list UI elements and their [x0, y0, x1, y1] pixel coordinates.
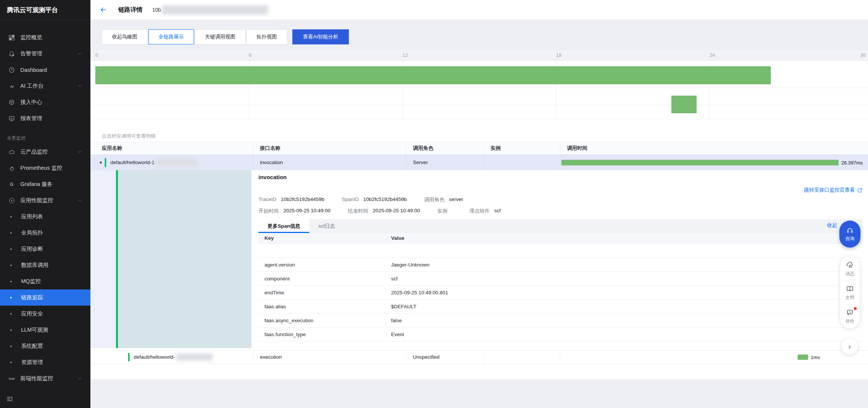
- span-field: TraceID10b2fc5192b4459b: [258, 196, 324, 203]
- prometheus-icon: [8, 165, 15, 172]
- chevron-down-icon: [77, 51, 82, 56]
- sidebar-item-database-call[interactable]: 数据库调用: [0, 257, 90, 273]
- view-tab-key-call-view[interactable]: 关键调用视图: [195, 29, 246, 44]
- view-tab-full-trace-view[interactable]: 全链路展示: [148, 29, 194, 44]
- kv-row: faas.function_typeEvent: [258, 327, 863, 341]
- sidebar-item-label: Prometheus 监控: [20, 164, 62, 172]
- sidebar-item-resource-management[interactable]: 资源管理: [0, 354, 90, 370]
- sidebar-item-ai-workbench[interactable]: AIAI 工作台: [0, 78, 90, 94]
- svg-text:G: G: [10, 181, 13, 187]
- span-fields-row1: TraceID10b2fc5192b4459bSpanID10b2fc5192b…: [258, 196, 480, 203]
- bullet-icon: [10, 329, 12, 331]
- kv-value: scf: [391, 276, 397, 282]
- column-header-4: 调用时间: [560, 142, 868, 154]
- chevron-down-icon: [77, 149, 82, 154]
- overview-span-bar[interactable]: [95, 66, 771, 84]
- sidebar-item-alarm-management[interactable]: 告警管理: [0, 46, 90, 62]
- view-tabs: 收起鸟瞰图全链路展示关键调用视图拓扑视图: [102, 29, 288, 44]
- ruler-tick-label: 12: [402, 52, 408, 58]
- trace-row-execution[interactable]: default/helloworld- execution Unspecifie…: [90, 350, 868, 364]
- view-toolbar: 收起鸟瞰图全链路展示关键调用视图拓扑视图 查看AI智能分析: [102, 29, 349, 44]
- sidebar-item-label: 数据库调用: [21, 262, 49, 269]
- sidebar-item-cloud-product-monitor[interactable]: 云产品监控: [0, 144, 90, 160]
- sidebar-item-grafana-service[interactable]: GGrafana 服务: [0, 176, 90, 192]
- trace-id-prefix: 10b: [152, 7, 161, 13]
- sidebar-item-label: 云产品监控: [20, 148, 48, 155]
- sidebar-item-label: Dashboard: [20, 67, 47, 73]
- report-icon: [8, 115, 15, 122]
- sidebar-item-app-list[interactable]: 应用列表: [0, 209, 90, 225]
- sidebar-item-global-topology[interactable]: 全局拓扑: [0, 225, 90, 241]
- field-label: 埋点组件: [469, 208, 490, 215]
- bullet-icon: [10, 216, 12, 218]
- kv-key: endTime: [258, 290, 391, 295]
- page-title: 链路详情: [118, 6, 142, 14]
- span-field: 埋点组件scf: [469, 208, 501, 215]
- sidebar-item-prometheus-monitor[interactable]: Prometheus 监控: [0, 160, 90, 176]
- sidebar-item-rum[interactable]: RUM前端性能监控: [0, 370, 90, 387]
- timeline-ruler: 0612182430: [90, 50, 868, 61]
- float-item-label: 评价: [845, 318, 854, 324]
- float-item-docs[interactable]: 文档: [840, 285, 860, 301]
- view-tab-collapse-overview[interactable]: 收起鸟瞰图: [102, 29, 148, 44]
- kv-key: faas.function_type: [258, 332, 391, 337]
- sidebar-item-llm-observability[interactable]: LLM可观测: [0, 322, 90, 338]
- sidebar-item-monitor-overview[interactable]: 监控概览: [0, 29, 90, 46]
- book-icon: [846, 285, 854, 292]
- sidebar-item-label: 接入中心: [20, 99, 42, 106]
- sidebar-item-app-diagnosis[interactable]: 应用诊断: [0, 241, 90, 257]
- field-label: SpanID: [342, 196, 359, 203]
- back-arrow-icon[interactable]: [99, 6, 107, 14]
- sidebar-item-trace[interactable]: 链路追踪: [0, 289, 90, 306]
- tab-span-info[interactable]: 更多Span信息: [258, 219, 309, 233]
- kv-key-header: Key: [258, 235, 391, 241]
- sidebar-item-apm[interactable]: 应用性能监控: [0, 192, 90, 209]
- span-field: 实例: [437, 208, 452, 215]
- float-item-updates[interactable]: 动态: [840, 261, 860, 277]
- expand-triangle-icon[interactable]: ▼: [99, 160, 105, 165]
- sidebar-item-report-management[interactable]: 报表管理: [0, 110, 90, 126]
- collapse-detail-link[interactable]: 收起: [827, 222, 837, 229]
- column-header-3: 实例: [484, 142, 560, 154]
- sidebar-collapse-button[interactable]: [6, 395, 14, 403]
- consult-label: 咨询: [845, 236, 854, 242]
- consult-float-button[interactable]: 咨询: [839, 221, 860, 248]
- jump-to-interface-link[interactable]: 跳转至接口监控页查看: [804, 187, 863, 193]
- sidebar-item-dashboard[interactable]: Dashboard: [0, 62, 90, 78]
- float-item-feedback[interactable]: 评价: [840, 309, 860, 324]
- ruler-tick-label: 6: [249, 52, 252, 58]
- span-tree-line: [116, 170, 118, 348]
- kv-value: $DEFAULT: [391, 304, 416, 309]
- help-float-menu: 动态文档评价: [840, 256, 860, 328]
- rum-icon: RUM: [8, 375, 15, 382]
- sidebar-item-mq-monitor[interactable]: MQ监控: [0, 273, 90, 289]
- grid-icon: [8, 34, 15, 41]
- cloud-bell-icon: [846, 261, 854, 269]
- overview-span-bar[interactable]: [671, 96, 697, 113]
- sidebar-menu: 监控概览告警管理DashboardAIAI 工作台接入中心报表管理全景监控云产品…: [0, 29, 90, 387]
- duration-bar[interactable]: [561, 160, 839, 165]
- view-tab-topology-view[interactable]: 拓扑视图: [246, 29, 287, 44]
- span-fields-row2: 开始时间2025-09-25 10:49:00结束时间2025-09-25 10…: [258, 208, 518, 215]
- sidebar-item-label: 全局拓扑: [21, 229, 43, 236]
- sidebar-item-label: 应用诊断: [21, 245, 43, 253]
- trace-row-invocation[interactable]: ▼ default/helloworld-1 invocation Server…: [90, 155, 868, 170]
- sidebar-item-label: AI 工作台: [20, 82, 43, 90]
- sidebar-item-label: 资源管理: [21, 359, 43, 366]
- ai-analysis-button[interactable]: 查看AI智能分析: [292, 29, 349, 44]
- trace-card: 0612182430 点击对应调用可查看明细 应用名称接口名称调用角色实例调用时…: [90, 50, 868, 379]
- kv-value: 2025-09-25 10:49:00.801: [391, 290, 448, 295]
- span-color-chip: [128, 353, 130, 361]
- sidebar-item-system-config[interactable]: 系统配置: [0, 338, 90, 354]
- tab-scf-log[interactable]: scf日志: [309, 219, 344, 233]
- kv-value: Jaeger-Unknown: [391, 262, 429, 268]
- sidebar-item-app-security[interactable]: 应用安全: [0, 306, 90, 322]
- app-name: default/helloworld-: [134, 354, 175, 360]
- span-tree-area[interactable]: [116, 170, 251, 348]
- bullet-icon: [10, 297, 12, 298]
- sidebar-item-access-center[interactable]: 接入中心: [0, 94, 90, 110]
- span-kv-table: Key Value agent.versionJaeger-Unknowncom…: [258, 233, 863, 341]
- chat-icon: [846, 309, 854, 316]
- duration-bar[interactable]: [798, 355, 808, 360]
- float-expand-button[interactable]: ›: [841, 338, 858, 355]
